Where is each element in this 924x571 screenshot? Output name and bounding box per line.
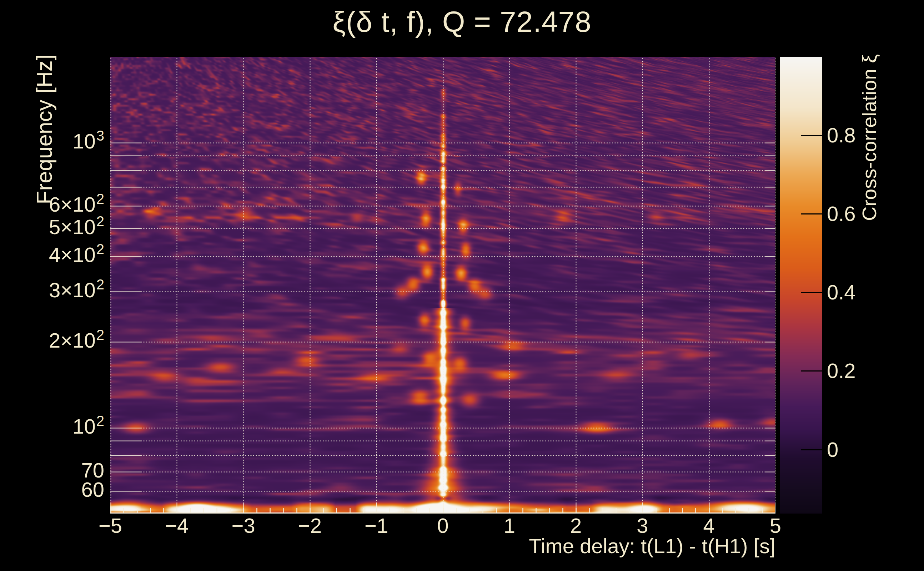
- colorbar-tick-label: 0.6: [827, 204, 856, 224]
- x-tick-label: 3: [637, 515, 648, 536]
- y-tick-label: 6×102: [1, 194, 104, 217]
- colorbar-tick-label: 0.8: [827, 125, 856, 146]
- y-tick-label: 103: [1, 131, 104, 154]
- colorbar-tick-label: 0.2: [827, 360, 856, 381]
- chart-title: ξ(δ t, f), Q = 72.478: [0, 5, 924, 39]
- y-tick-label: 4×102: [1, 244, 104, 267]
- x-tick-label: −1: [365, 515, 388, 536]
- y-tick-label: 2×102: [1, 330, 104, 353]
- x-tick-label: 2: [570, 515, 582, 536]
- colorbar-tick-label: 0.4: [827, 282, 856, 302]
- y-axis-title: Frequency [Hz]: [31, 54, 57, 204]
- colorbar-canvas: [780, 57, 822, 514]
- x-tick-label: −3: [232, 515, 255, 536]
- y-tick-label: 5×102: [1, 217, 104, 239]
- x-tick-label: 1: [504, 515, 515, 536]
- y-tick-label: 60: [1, 479, 104, 500]
- colorbar-title: Cross-correlation ξ: [858, 54, 881, 221]
- x-tick-label: 5: [770, 515, 781, 536]
- y-tick-label: 102: [1, 416, 104, 439]
- x-tick-label: 0: [437, 515, 448, 536]
- colorbar-tick-label: 0: [827, 439, 838, 460]
- cross-correlation-figure: ξ(δ t, f), Q = 72.478 Frequency [Hz] Tim…: [0, 0, 924, 571]
- x-tick-label: −4: [165, 515, 189, 536]
- y-tick-label: 3×102: [1, 280, 104, 302]
- x-tick-label: −2: [298, 515, 322, 536]
- heatmap-canvas: [110, 57, 776, 514]
- x-axis-title: Time delay: t(L1) - t(H1) [s]: [529, 534, 776, 558]
- x-tick-label: −5: [99, 515, 122, 536]
- x-tick-label: 4: [703, 515, 715, 536]
